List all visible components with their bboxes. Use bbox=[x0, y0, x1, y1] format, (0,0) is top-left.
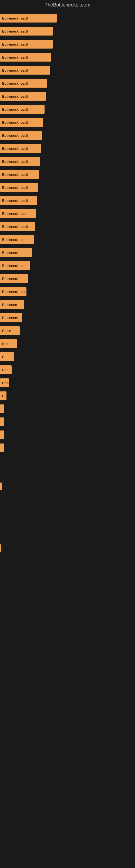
bar[interactable]: Bottleneck result bbox=[0, 196, 37, 205]
bar-label: Bottleneck result bbox=[2, 133, 28, 137]
bar[interactable]: Bott bbox=[0, 339, 17, 348]
bar[interactable]: Bottleneck result bbox=[0, 183, 38, 192]
bar[interactable]: Bottleneck re bbox=[0, 235, 34, 244]
bar-label: Bottleneck result bbox=[2, 29, 28, 33]
bar-label: Bottleneck resu bbox=[2, 212, 27, 216]
bar-row: Bottleneck result bbox=[0, 117, 135, 128]
bar[interactable]: Bottleneck bbox=[0, 248, 32, 257]
bar[interactable]: B bbox=[0, 352, 14, 361]
bar[interactable]: Bottleneck resu bbox=[0, 287, 27, 296]
bar-label: Bottleneck result bbox=[2, 68, 28, 72]
bar-label: Bottleneck result bbox=[2, 94, 28, 98]
bar-label: Bottleneck result bbox=[2, 55, 28, 59]
bar[interactable] bbox=[0, 417, 4, 426]
bottom-bar-row bbox=[0, 483, 135, 490]
bar-label: Bottleneck result bbox=[2, 82, 28, 86]
bar-label: Bottleneck r bbox=[2, 277, 21, 281]
bar-label: Bottleneck re bbox=[2, 238, 23, 242]
bar[interactable] bbox=[0, 431, 4, 439]
bar-label: Bottleneck result bbox=[2, 186, 28, 190]
bar-label: Bottleneck result bbox=[2, 147, 28, 151]
bar-row: Bottleneck result bbox=[0, 182, 135, 193]
bar-label: Bottle bbox=[2, 329, 11, 333]
bar-label: Bottleneck resu bbox=[2, 290, 27, 294]
bar-label: Bottleneck result bbox=[2, 173, 28, 177]
bar-row: Bottleneck re bbox=[0, 260, 135, 271]
bar-label: Bot bbox=[2, 368, 8, 372]
bar-row: Bottleneck result bbox=[0, 195, 135, 206]
bar-label: Bottleneck result bbox=[2, 42, 28, 46]
bar-row: Bottleneck result bbox=[0, 130, 135, 141]
bar-row: Bottleneck result bbox=[0, 221, 135, 232]
bar-row: Bottleneck re bbox=[0, 234, 135, 245]
bar[interactable]: Bottleneck result bbox=[0, 144, 41, 153]
bottom-bar-row bbox=[0, 545, 135, 552]
bar[interactable]: Bottleneck result bbox=[0, 40, 53, 49]
bar-row: Bottleneck bbox=[0, 247, 135, 258]
bar[interactable]: B bbox=[0, 392, 6, 400]
bar-row: Bottleneck result bbox=[0, 39, 135, 50]
bar[interactable]: Bottleneck r bbox=[0, 274, 28, 283]
bar-row: Bottleneck resu bbox=[0, 286, 135, 297]
bar-label: Bott bbox=[2, 342, 8, 346]
bar-row: B bbox=[0, 390, 135, 401]
bar-row bbox=[0, 416, 135, 427]
bar-row: Bottleneck result bbox=[0, 169, 135, 180]
bar[interactable]: Bottleneck result bbox=[0, 131, 42, 140]
bottom-bar bbox=[0, 545, 1, 552]
bar-row: Bottleneck result bbox=[0, 91, 135, 102]
bar-label: Bottleneck re bbox=[2, 264, 23, 268]
bar[interactable]: Bottle bbox=[0, 326, 20, 335]
bar-label: Bottlenec bbox=[2, 303, 17, 307]
bar[interactable] bbox=[0, 404, 4, 413]
bar[interactable] bbox=[0, 443, 4, 452]
bar-row: Bott bbox=[0, 338, 135, 349]
bar-row: Bottleneck resu bbox=[0, 208, 135, 219]
bar-row: Bottleneck result bbox=[0, 13, 135, 24]
bar-row: Bottleneck r bbox=[0, 273, 135, 284]
bar-row: Bottleneck result bbox=[0, 143, 135, 154]
bar-row: Bot bbox=[0, 364, 135, 375]
bottom-bar bbox=[0, 483, 2, 490]
bar[interactable]: Bottleneck re bbox=[0, 261, 30, 270]
bar[interactable]: Bottleneck result bbox=[0, 92, 46, 101]
bar-row: Bottleneck result bbox=[0, 65, 135, 76]
bar[interactable]: Bottleneck result bbox=[0, 14, 57, 23]
bar[interactable]: Bottleneck result bbox=[0, 79, 47, 88]
bar[interactable]: Bottleneck result bbox=[0, 27, 53, 35]
bar-row: Bottlenec bbox=[0, 299, 135, 310]
bar[interactable]: Bottleneck result bbox=[0, 170, 39, 179]
bar-row: Bottleneck re bbox=[0, 312, 135, 323]
bar-label: Bottleneck result bbox=[2, 107, 28, 112]
bar[interactable]: Bottleneck result bbox=[0, 66, 50, 74]
bar-label: Bottleneck result bbox=[2, 16, 28, 20]
bar-label: Bottleneck result bbox=[2, 225, 28, 229]
bar-row: B bbox=[0, 351, 135, 362]
bar[interactable]: Bottleneck result bbox=[0, 157, 40, 166]
bottom-bars-container bbox=[0, 480, 135, 557]
bar-label: Bottleneck result bbox=[2, 198, 28, 203]
bar-label: Bottlen bbox=[2, 381, 9, 385]
bar[interactable]: Bot bbox=[0, 365, 12, 374]
bar-row: Bottleneck result bbox=[0, 156, 135, 167]
bar[interactable]: Bottleneck re bbox=[0, 313, 22, 322]
bar-row bbox=[0, 403, 135, 414]
site-title: TheBottlenecker.com bbox=[0, 0, 135, 10]
bar[interactable]: Bottlenec bbox=[0, 300, 24, 309]
bar-row: Bottleneck result bbox=[0, 78, 135, 89]
bar-row bbox=[0, 429, 135, 440]
bar-row: Bottle bbox=[0, 325, 135, 336]
bar-label: Bottleneck result bbox=[2, 120, 28, 124]
bar[interactable]: Bottleneck result bbox=[0, 105, 45, 114]
bar-label: Bottleneck bbox=[2, 251, 18, 255]
bar[interactable]: Bottleneck result bbox=[0, 118, 43, 127]
bar[interactable]: Bottleneck result bbox=[0, 222, 35, 231]
bar-label: Bottleneck result bbox=[2, 159, 28, 163]
bar[interactable]: Bottlen bbox=[0, 378, 9, 387]
bar[interactable]: Bottleneck result bbox=[0, 53, 51, 62]
bar-label: B bbox=[2, 394, 5, 398]
bar-row: Bottlen bbox=[0, 377, 135, 388]
bar-row bbox=[0, 442, 135, 453]
bar-row: Bottleneck result bbox=[0, 104, 135, 115]
bar[interactable]: Bottleneck resu bbox=[0, 209, 36, 218]
